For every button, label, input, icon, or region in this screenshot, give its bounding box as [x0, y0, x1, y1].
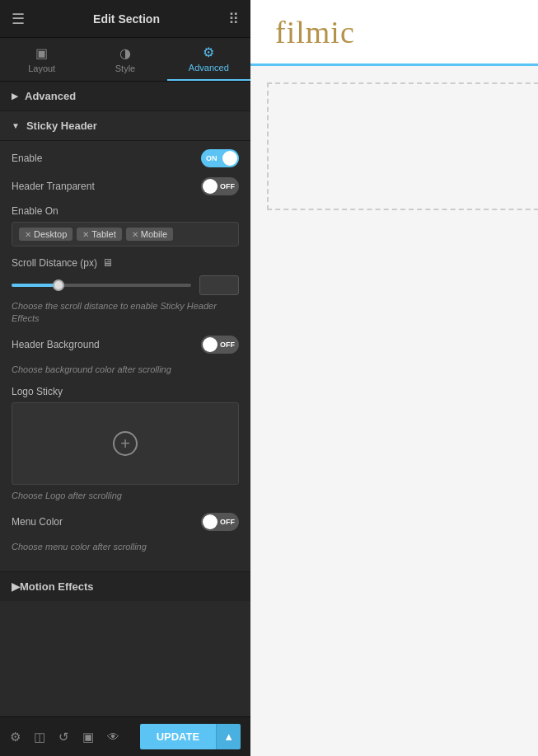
header-background-toggle-thumb: [203, 337, 218, 352]
responsive-icon[interactable]: ▣: [82, 730, 94, 744]
logo-sticky-label: Logo Sticky: [12, 386, 239, 397]
enable-row: Enable ON: [12, 149, 239, 167]
header-transparent-toggle-label: OFF: [220, 182, 235, 190]
motion-effects-arrow-icon: ▶: [12, 580, 20, 593]
sticky-header-arrow-icon: ▼: [12, 121, 20, 130]
advanced-icon: ⚙: [203, 45, 214, 60]
left-panel: ☰ Edit Section ⠿ ▣ Layout ◑ Style ⚙ Adva…: [0, 0, 250, 756]
slider-thumb[interactable]: [53, 279, 64, 291]
sticky-header-content: Enable ON Header Tranparent OFF: [0, 141, 250, 571]
layout-icon: ▣: [35, 45, 48, 61]
menu-color-toggle-track[interactable]: OFF: [201, 513, 239, 531]
menu-color-label: Menu Color: [12, 516, 63, 528]
right-panel: filmic ‹: [250, 0, 538, 756]
tag-mobile[interactable]: ✕ Mobile: [126, 228, 173, 241]
tag-tablet-remove[interactable]: ✕: [82, 230, 89, 239]
slider-row: 100: [12, 275, 239, 295]
enable-toggle-thumb: [222, 151, 237, 166]
sticky-header-section-header[interactable]: ▼ Sticky Header: [0, 111, 250, 141]
header-transparent-row: Header Tranparent OFF: [12, 177, 239, 195]
tag-mobile-label: Mobile: [141, 229, 167, 239]
logo-upload-plus-icon[interactable]: +: [113, 431, 138, 456]
tab-style-label: Style: [115, 63, 135, 73]
header-background-label: Header Background: [12, 339, 100, 350]
tag-tablet-label: Tablet: [91, 229, 115, 239]
menu-color-section: Menu Color OFF Choose menu color after s…: [12, 513, 239, 553]
update-button[interactable]: UPDATE: [140, 724, 216, 749]
right-header: filmic: [250, 0, 538, 66]
scroll-distance-helper: Choose the scroll distance to enable Sti…: [12, 300, 239, 326]
scroll-distance-slider[interactable]: [12, 284, 191, 287]
update-arrow-button[interactable]: ▲: [216, 724, 241, 749]
layers-icon[interactable]: ◫: [34, 730, 45, 744]
dashed-placeholder-box: [267, 82, 538, 210]
motion-effects-label: Motion Effects: [20, 580, 94, 593]
top-bar: ☰ Edit Section ⠿: [0, 0, 250, 38]
scroll-distance-label: Scroll Distance (px) 🖥: [12, 256, 113, 269]
header-transparent-toggle-track[interactable]: OFF: [201, 177, 239, 195]
menu-color-toggle[interactable]: OFF: [201, 513, 239, 531]
scroll-distance-text: Scroll Distance (px): [12, 257, 97, 269]
panel-title: Edit Section: [25, 12, 228, 26]
advanced-section-label: Advanced: [25, 90, 76, 102]
enable-toggle-label: ON: [206, 154, 218, 162]
logo-sticky-helper: Choose Logo after scrolling: [12, 490, 239, 502]
tag-tablet[interactable]: ✕ Tablet: [77, 228, 121, 241]
tab-advanced[interactable]: ⚙ Advanced: [167, 38, 250, 81]
tag-mobile-remove[interactable]: ✕: [132, 230, 138, 239]
menu-color-toggle-thumb: [203, 514, 218, 529]
scroll-distance-section: Scroll Distance (px) 🖥 100 Choose the sc…: [12, 256, 239, 326]
right-content: [250, 66, 538, 756]
logo-sticky-section: Logo Sticky + Choose Logo after scrollin…: [12, 386, 239, 502]
logo-upload-box[interactable]: +: [12, 402, 239, 485]
monitor-icon: 🖥: [102, 256, 113, 269]
preview-icon[interactable]: 👁: [107, 730, 119, 744]
header-transparent-toggle-thumb: [203, 179, 218, 194]
header-background-toggle[interactable]: OFF: [201, 336, 239, 354]
header-background-section: Header Background OFF Choose background …: [12, 336, 239, 376]
menu-color-helper: Choose menu color after scrolling: [12, 541, 239, 553]
header-background-toggle-label: OFF: [220, 340, 235, 349]
advanced-section-header[interactable]: ▶ Advanced: [0, 82, 250, 111]
history-icon[interactable]: ↺: [58, 730, 69, 744]
header-background-row: Header Background OFF: [12, 336, 239, 354]
sticky-header-section-label: Sticky Header: [26, 120, 97, 132]
motion-effects-section-header[interactable]: ▶ Motion Effects: [0, 571, 250, 601]
brand-name: filmic: [275, 14, 355, 50]
enable-on-section: Enable On ✕ Desktop ✕ Tablet ✕ Mobile: [12, 205, 239, 247]
settings-icon[interactable]: ⚙: [10, 730, 21, 744]
header-background-toggle-track[interactable]: OFF: [201, 336, 239, 354]
header-transparent-toggle[interactable]: OFF: [201, 177, 239, 195]
tab-style[interactable]: ◑ Style: [83, 38, 166, 81]
menu-color-toggle-label: OFF: [220, 518, 235, 526]
hamburger-icon[interactable]: ☰: [12, 10, 25, 28]
header-transparent-label: Header Tranparent: [12, 181, 95, 192]
scroll-distance-header: Scroll Distance (px) 🖥: [12, 256, 239, 269]
tab-bar: ▣ Layout ◑ Style ⚙ Advanced: [0, 38, 250, 82]
style-icon: ◑: [119, 45, 131, 61]
slider-fill: [12, 284, 57, 287]
bottom-bar: ⚙ ◫ ↺ ▣ 👁 UPDATE ▲: [0, 716, 250, 756]
enable-toggle[interactable]: ON: [201, 149, 239, 167]
tag-desktop-label: Desktop: [34, 229, 67, 239]
tag-desktop-remove[interactable]: ✕: [25, 230, 31, 239]
enable-on-label: Enable On: [12, 205, 239, 217]
bottom-icons: ⚙ ◫ ↺ ▣ 👁: [10, 730, 119, 744]
advanced-arrow-icon: ▶: [12, 92, 18, 101]
menu-color-row: Menu Color OFF: [12, 513, 239, 531]
panel-scroll-area: ▶ Advanced ▼ Sticky Header Enable ON: [0, 82, 250, 716]
tag-desktop[interactable]: ✕ Desktop: [19, 228, 73, 241]
grid-icon[interactable]: ⠿: [228, 10, 239, 28]
update-btn-group: UPDATE ▲: [140, 724, 241, 749]
enable-label: Enable: [12, 153, 42, 164]
tab-advanced-label: Advanced: [189, 63, 229, 73]
enable-toggle-track[interactable]: ON: [201, 149, 239, 167]
scroll-distance-input[interactable]: 100: [199, 275, 239, 295]
header-background-helper: Choose background color after scrolling: [12, 364, 239, 376]
tab-layout[interactable]: ▣ Layout: [0, 38, 83, 81]
enable-on-tags-box[interactable]: ✕ Desktop ✕ Tablet ✕ Mobile: [12, 222, 239, 247]
tab-layout-label: Layout: [28, 63, 55, 73]
